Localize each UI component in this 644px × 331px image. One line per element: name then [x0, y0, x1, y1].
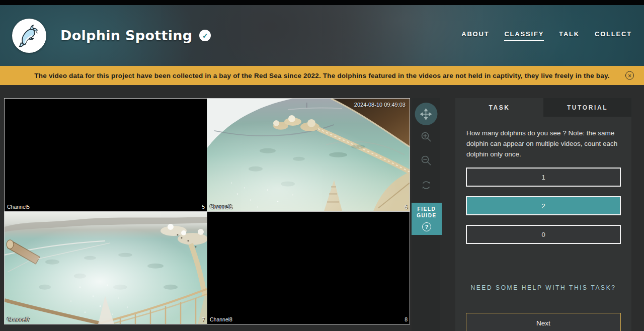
need-help-link[interactable]: NEED SOME HELP WITH THIS TASK?	[455, 284, 631, 291]
channel-label: Channel5	[7, 204, 30, 210]
zoom-out-button[interactable]	[419, 153, 434, 168]
channel-label: Channel8	[210, 316, 232, 322]
answer-option-2[interactable]: 2	[466, 196, 621, 215]
banner-close-button[interactable]: ×	[625, 71, 634, 80]
channel-number: 7	[202, 316, 205, 322]
verified-badge-icon: ✓	[199, 30, 211, 41]
channel-label: Channel7	[7, 316, 30, 322]
nav-about[interactable]: ABOUT	[461, 30, 489, 41]
channel-number: 8	[405, 316, 408, 322]
channel7-scene	[5, 212, 207, 324]
subject-video-grid[interactable]: Channel5 5	[4, 98, 410, 324]
page-title: Dolphin Spotting	[60, 28, 192, 43]
channel-number: 6	[405, 204, 408, 210]
answer-option-1[interactable]: 1	[466, 168, 621, 187]
channel-label: Channel6	[210, 204, 232, 210]
video-channel7[interactable]: Channel7 7	[5, 212, 207, 324]
answer-option-0[interactable]: 0	[466, 225, 621, 244]
pan-icon	[420, 108, 432, 120]
answer-list: 1 2 0	[455, 168, 631, 244]
announcement-text: The video data for this project have bee…	[34, 72, 609, 79]
main-nav: ABOUT CLASSIFY TALK COLLECT	[461, 30, 632, 41]
zoom-out-icon	[420, 154, 432, 167]
announcement-banner: The video data for this project have bee…	[0, 66, 644, 85]
field-guide-label: GUIDE	[417, 213, 437, 219]
video-channel6[interactable]: 2024-08-10 09:49:03 Channel6 6	[207, 99, 410, 211]
channel6-scene	[207, 99, 410, 211]
video-channel5[interactable]: Channel5 5	[5, 99, 207, 211]
nav-collect[interactable]: COLLECT	[595, 30, 632, 41]
close-icon: ×	[628, 72, 631, 78]
nav-classify[interactable]: CLASSIFY	[504, 30, 544, 41]
pan-tool-button[interactable]	[415, 103, 437, 125]
next-button[interactable]: Next	[466, 313, 621, 331]
field-guide-label: FIELD	[418, 206, 436, 212]
dolphin-logo-icon	[16, 22, 43, 49]
page: Dolphin Spotting ✓ ABOUT CLASSIFY TALK C…	[0, 0, 644, 331]
task-panel: TASK TUTORIAL How many dolphins do you s…	[455, 98, 631, 331]
tab-task[interactable]: TASK	[455, 98, 543, 117]
field-guide-button[interactable]: FIELD GUIDE ?	[412, 203, 442, 235]
question-mark-icon: ?	[422, 222, 431, 231]
video-timestamp: 2024-08-10 09:49:03	[354, 102, 406, 108]
top-strip	[0, 0, 644, 5]
rotate-icon	[420, 179, 432, 191]
zoom-in-icon	[420, 131, 432, 143]
tab-tutorial[interactable]: TUTORIAL	[543, 98, 631, 117]
nav-talk[interactable]: TALK	[559, 30, 580, 41]
task-question: How many dolphins do you see ? Note: the…	[455, 117, 631, 168]
video-channel8[interactable]: Channel8 8	[207, 212, 410, 324]
project-logo[interactable]	[12, 19, 46, 53]
rotate-button[interactable]	[419, 178, 434, 193]
zoom-in-button[interactable]	[419, 129, 434, 144]
channel-number: 5	[202, 204, 205, 210]
project-header: Dolphin Spotting ✓ ABOUT CLASSIFY TALK C…	[0, 5, 644, 66]
task-tabs: TASK TUTORIAL	[455, 98, 631, 117]
